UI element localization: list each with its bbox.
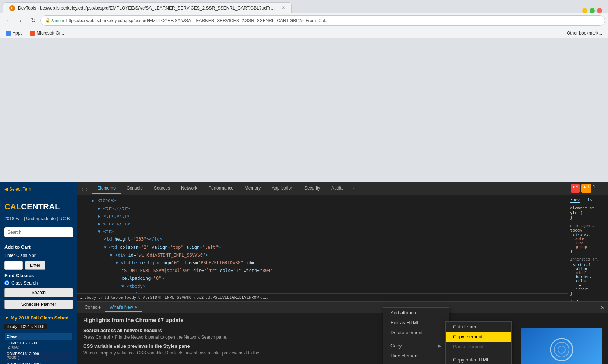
breadcrumb-dots[interactable]: … (80, 295, 83, 300)
tbody-badge: tbody 802.4 × 280.8 (4, 324, 47, 329)
tab-elements[interactable]: Elements (92, 183, 121, 194)
back-button[interactable]: ‹ (3, 15, 13, 26)
ctx-force-state[interactable]: Force state ▶ (383, 361, 449, 364)
bookmark-microsoft[interactable]: Microsoft Or... (27, 30, 67, 36)
search-button[interactable]: Search (4, 288, 73, 297)
html-line[interactable]: ▶ <tr>…</tr> (80, 205, 565, 212)
back-to-select-term[interactable]: ◀ Select Term (4, 187, 73, 192)
copy-sep1 (446, 353, 511, 353)
bottom-panel-close[interactable]: ✕ (601, 305, 605, 311)
tab-console[interactable]: Console (121, 183, 148, 194)
copy-submenu-arrow: ▶ (438, 343, 441, 349)
ctx-copy-element[interactable]: Copy element (446, 332, 511, 342)
enter-class-nbr-label: Enter Class Nbr (4, 253, 36, 258)
ctx-hide-element[interactable]: Hide element (383, 351, 449, 361)
class-search-radio-input[interactable] (4, 280, 9, 285)
forward-button[interactable]: › (15, 15, 26, 26)
ctx-delete-element[interactable]: Delete element (383, 328, 449, 338)
bookmarks-bar: Apps Microsoft Or... Other bookmark... (0, 28, 608, 38)
class-list-item[interactable]: COMPSCI 61C-001(27066) (5, 340, 72, 350)
tab-security[interactable]: Security (299, 183, 325, 194)
html-line[interactable]: ▶ <tr>…</tr> (80, 220, 565, 228)
breadcrumb-td[interactable]: td (104, 295, 109, 300)
breadcrumb-td-class[interactable]: td.PSLEVEL1GRIDEVENROW (205, 295, 259, 300)
class-search-label: Class Search (11, 280, 38, 286)
browser-chrome: C DevTools - bcsweb.is.berkeley.edu/psp/… (0, 0, 608, 182)
devtools-settings-icon[interactable]: ⋮ (597, 184, 605, 193)
app-container: C DevTools - bcsweb.is.berkeley.edu/psp/… (0, 0, 608, 364)
tab-memory[interactable]: Memory (240, 183, 266, 194)
minimize-btn[interactable] (582, 8, 587, 13)
style-rule-useragent: user agent… tbody { display: table- row-… (570, 224, 606, 254)
my-schedule-label: My 2018 Fall Class Sched (11, 315, 69, 321)
tab-performance[interactable]: Performance (203, 183, 239, 194)
bottom-tabs: Console What's New ✕ ✕ (77, 302, 608, 313)
class-nbr-input-row: Enter (4, 261, 73, 270)
class-search-radio: Class Search (4, 280, 73, 286)
bottom-tab-whatsnew[interactable]: What's New ✕ (105, 303, 142, 312)
tab-more[interactable]: » (350, 183, 358, 194)
styles-tab-cls[interactable]: .cls (583, 198, 593, 203)
html-line[interactable]: ▼ <td colspan="2" valign="top" align="le… (80, 244, 565, 251)
devtools-panel: ⋮⋮ Elements Console Sources Network Perf… (77, 182, 608, 364)
enter-class-row: Enter Class Nbr (4, 253, 73, 258)
class-nbr-input[interactable] (4, 261, 23, 270)
devtools-icons: ● 4 ▲ 1 1 ⋮ (571, 184, 605, 193)
svg-point-1 (554, 342, 569, 357)
html-line[interactable]: <td height="233"></td> (80, 236, 565, 243)
breadcrumb-tbody2[interactable]: tbody (124, 295, 136, 300)
schedule-planner-button[interactable]: Schedule Planner (4, 300, 73, 309)
select-term-label: Select Term (9, 187, 32, 192)
tbody-size: 802.4 × 280.8 (20, 324, 45, 329)
html-line[interactable]: ▼ <tr> (80, 290, 565, 293)
devtools-container: ⋮⋮ Elements Console Sources Network Perf… (77, 182, 608, 364)
bottom-tab-console[interactable]: Console (80, 303, 105, 312)
html-content[interactable]: ▶ <tbody> ▶ <tr>…</tr> ▶ <tr>…</tr> ▶ <t… (77, 195, 568, 294)
tab-sources[interactable]: Sources (149, 183, 175, 194)
address-text: https://bcsweb.is.berkeley.edu/psp/bcspr… (66, 18, 329, 23)
class-table: Class COMPSCI 61C-001(27066)COMPSCI 61C-… (4, 332, 73, 364)
tab-application[interactable]: Application (266, 183, 298, 194)
class-list-item[interactable]: COMPSCI 61C-999(32351) (5, 351, 72, 361)
bookmark-apps[interactable]: Apps (3, 30, 25, 36)
html-line[interactable]: ▼ <table cellspacing="0" class="PSLEVEL1… (80, 259, 565, 267)
html-line[interactable]: ▼ <tbody> (80, 283, 565, 290)
address-field[interactable]: 🔒 Secure https://bcsweb.is.berkeley.edu/… (40, 15, 605, 26)
html-line[interactable]: ▶ <tr>…</tr> (80, 212, 565, 220)
tab-audits[interactable]: Audits (326, 183, 349, 194)
styles-tab-hov[interactable]: :hov (570, 198, 580, 203)
html-line[interactable]: ▼ <tr> (80, 228, 565, 236)
html-line[interactable]: ▼ <div id="win0divSTDNT_ENRL_SSVW$0"> (80, 251, 565, 259)
my-schedule-section: ▼ My 2018 Fall Class Sched tbody 802.4 ×… (0, 312, 77, 364)
ctx-paste-element: Paste element (446, 342, 511, 351)
breadcrumb-di[interactable]: di… (260, 295, 268, 300)
sidebar-header: ◀ Select Term (0, 182, 77, 199)
html-line[interactable]: cellpadding="0"> (80, 275, 565, 282)
html-line[interactable]: "STDNT_ENRL_SSVW$scroll$0" dir="ltr" col… (80, 267, 565, 275)
enter-button[interactable]: Enter (25, 261, 45, 270)
close-btn[interactable] (597, 8, 602, 13)
browser-tab[interactable]: C DevTools - bcsweb.is.berkeley.edu/psp/… (3, 2, 292, 13)
style-rule-vertical: vertical- align: middl border- color: ▶ … (570, 263, 606, 296)
breadcrumb-tr[interactable]: tr (98, 295, 103, 300)
breadcrumb-tr-id[interactable]: tr#trSTDNT_ENRL_SSVW$0_row2 (138, 295, 204, 300)
whats-new-title: Highlights from the Chrome 67 update (83, 317, 602, 323)
svg-point-2 (558, 346, 565, 353)
ctx-cut-element[interactable]: Cut element (446, 322, 511, 332)
maximize-btn[interactable] (590, 8, 595, 13)
html-line[interactable]: ▶ <tbody> (80, 197, 565, 205)
tab-network[interactable]: Network (176, 183, 202, 194)
search-input[interactable] (4, 227, 73, 237)
bookmark-other[interactable]: Other bookmark... (564, 30, 605, 36)
my-schedule-toggle[interactable]: ▼ My 2018 Fall Class Sched (4, 315, 73, 321)
ctx-edit-html[interactable]: Edit as HTML (383, 318, 449, 328)
ctx-copy-outerhtml[interactable]: Copy outerHTML (446, 355, 511, 364)
breadcrumb-tbody1[interactable]: tbody (84, 295, 96, 300)
ctx-copy[interactable]: Copy ▶ (383, 341, 449, 351)
tab-close[interactable]: ✕ (282, 5, 286, 11)
ctx-add-attribute[interactable]: Add attribute (383, 308, 449, 318)
force-state-submenu-arrow: ▶ (438, 363, 441, 364)
breadcrumb-table[interactable]: table (110, 295, 123, 300)
reload-button[interactable]: ↻ (28, 15, 38, 26)
class-list-item[interactable]: COMPSCI 61C-999A(32352) (5, 362, 72, 364)
